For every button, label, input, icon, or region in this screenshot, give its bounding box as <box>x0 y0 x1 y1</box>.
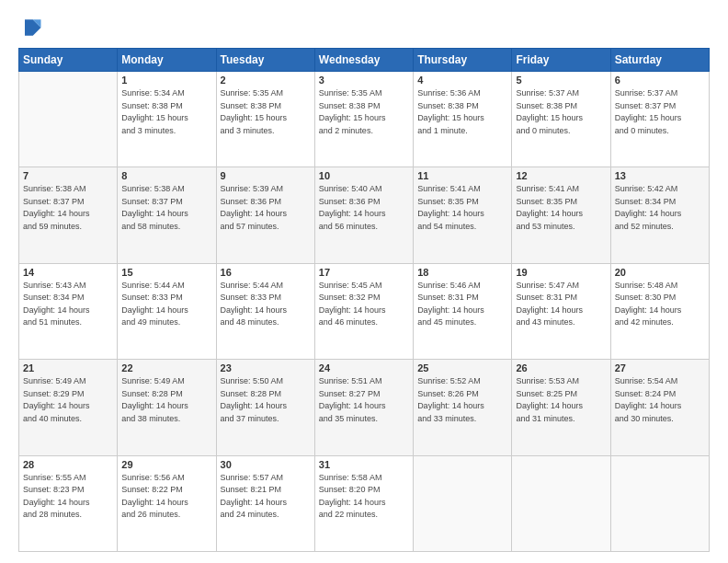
weekday-header-monday: Monday <box>118 49 216 72</box>
day-number: 6 <box>615 75 705 86</box>
day-number: 30 <box>221 459 311 470</box>
day-info: Sunrise: 5:43 AM Sunset: 8:34 PM Dayligh… <box>23 280 113 329</box>
day-info: Sunrise: 5:47 AM Sunset: 8:31 PM Dayligh… <box>516 280 606 329</box>
day-number: 21 <box>23 362 113 373</box>
day-number: 3 <box>319 75 409 86</box>
calendar-cell: 6Sunrise: 5:37 AM Sunset: 8:37 PM Daylig… <box>610 72 709 167</box>
calendar-cell: 14Sunrise: 5:43 AM Sunset: 8:34 PM Dayli… <box>19 263 118 359</box>
day-number: 11 <box>417 170 507 181</box>
weekday-header-saturday: Saturday <box>610 49 709 72</box>
day-info: Sunrise: 5:51 AM Sunset: 8:27 PM Dayligh… <box>319 375 409 425</box>
calendar-cell: 8Sunrise: 5:38 AM Sunset: 8:37 PM Daylig… <box>118 167 216 263</box>
weekday-header-wednesday: Wednesday <box>314 49 413 72</box>
day-info: Sunrise: 5:50 AM Sunset: 8:28 PM Dayligh… <box>221 375 311 425</box>
day-number: 26 <box>516 362 606 373</box>
day-info: Sunrise: 5:44 AM Sunset: 8:33 PM Dayligh… <box>221 280 311 329</box>
day-number: 5 <box>516 75 606 86</box>
calendar-cell: 28Sunrise: 5:55 AM Sunset: 8:23 PM Dayli… <box>19 455 118 551</box>
page: SundayMondayTuesdayWednesdayThursdayFrid… <box>0 0 728 563</box>
calendar-cell: 23Sunrise: 5:50 AM Sunset: 8:28 PM Dayli… <box>216 360 314 455</box>
day-number: 19 <box>516 267 606 278</box>
day-number: 9 <box>221 170 311 181</box>
day-number: 15 <box>121 267 211 278</box>
day-info: Sunrise: 5:40 AM Sunset: 8:36 PM Dayligh… <box>319 183 409 233</box>
day-info: Sunrise: 5:49 AM Sunset: 8:29 PM Dayligh… <box>23 375 113 425</box>
calendar-cell: 25Sunrise: 5:52 AM Sunset: 8:26 PM Dayli… <box>414 360 512 455</box>
calendar-cell: 2Sunrise: 5:35 AM Sunset: 8:38 PM Daylig… <box>216 72 314 167</box>
day-info: Sunrise: 5:38 AM Sunset: 8:37 PM Dayligh… <box>121 183 211 233</box>
day-info: Sunrise: 5:34 AM Sunset: 8:38 PM Dayligh… <box>121 87 211 137</box>
day-number: 16 <box>221 267 311 278</box>
calendar-cell: 1Sunrise: 5:34 AM Sunset: 8:38 PM Daylig… <box>118 72 216 167</box>
day-info: Sunrise: 5:57 AM Sunset: 8:21 PM Dayligh… <box>221 472 311 522</box>
day-number: 7 <box>23 170 113 181</box>
calendar-cell: 15Sunrise: 5:44 AM Sunset: 8:33 PM Dayli… <box>118 263 216 359</box>
calendar-cell: 26Sunrise: 5:53 AM Sunset: 8:25 PM Dayli… <box>512 360 610 455</box>
calendar-cell: 9Sunrise: 5:39 AM Sunset: 8:36 PM Daylig… <box>216 167 314 263</box>
day-number: 10 <box>319 170 409 181</box>
calendar-cell: 24Sunrise: 5:51 AM Sunset: 8:27 PM Dayli… <box>314 360 413 455</box>
calendar-cell: 16Sunrise: 5:44 AM Sunset: 8:33 PM Dayli… <box>216 263 314 359</box>
day-number: 31 <box>319 459 409 470</box>
day-info: Sunrise: 5:35 AM Sunset: 8:38 PM Dayligh… <box>319 87 409 137</box>
week-row-4: 21Sunrise: 5:49 AM Sunset: 8:29 PM Dayli… <box>19 360 710 455</box>
calendar-cell <box>610 455 709 551</box>
day-info: Sunrise: 5:41 AM Sunset: 8:35 PM Dayligh… <box>516 183 606 233</box>
day-number: 17 <box>319 267 409 278</box>
weekday-header-tuesday: Tuesday <box>216 49 314 72</box>
day-number: 14 <box>23 267 113 278</box>
calendar-cell: 22Sunrise: 5:49 AM Sunset: 8:28 PM Dayli… <box>118 360 216 455</box>
calendar-cell <box>512 455 610 551</box>
day-number: 29 <box>121 459 211 470</box>
calendar: SundayMondayTuesdayWednesdayThursdayFrid… <box>18 48 710 552</box>
day-info: Sunrise: 5:44 AM Sunset: 8:33 PM Dayligh… <box>121 280 211 329</box>
calendar-cell: 27Sunrise: 5:54 AM Sunset: 8:24 PM Dayli… <box>610 360 709 455</box>
day-info: Sunrise: 5:36 AM Sunset: 8:38 PM Dayligh… <box>417 87 507 137</box>
calendar-cell <box>414 455 512 551</box>
day-info: Sunrise: 5:56 AM Sunset: 8:22 PM Dayligh… <box>121 472 211 522</box>
day-info: Sunrise: 5:58 AM Sunset: 8:20 PM Dayligh… <box>319 472 409 522</box>
day-info: Sunrise: 5:42 AM Sunset: 8:34 PM Dayligh… <box>615 183 705 233</box>
header <box>18 15 710 40</box>
weekday-header-sunday: Sunday <box>19 49 118 72</box>
calendar-cell: 29Sunrise: 5:56 AM Sunset: 8:22 PM Dayli… <box>118 455 216 551</box>
calendar-cell: 30Sunrise: 5:57 AM Sunset: 8:21 PM Dayli… <box>216 455 314 551</box>
day-info: Sunrise: 5:39 AM Sunset: 8:36 PM Dayligh… <box>221 183 311 233</box>
day-number: 13 <box>615 170 705 181</box>
calendar-cell: 31Sunrise: 5:58 AM Sunset: 8:20 PM Dayli… <box>314 455 413 551</box>
day-number: 24 <box>319 362 409 373</box>
day-number: 22 <box>121 362 211 373</box>
day-number: 4 <box>417 75 507 86</box>
day-info: Sunrise: 5:54 AM Sunset: 8:24 PM Dayligh… <box>615 375 705 425</box>
day-number: 1 <box>121 75 211 86</box>
day-info: Sunrise: 5:53 AM Sunset: 8:25 PM Dayligh… <box>516 375 606 425</box>
calendar-cell: 21Sunrise: 5:49 AM Sunset: 8:29 PM Dayli… <box>19 360 118 455</box>
day-info: Sunrise: 5:41 AM Sunset: 8:35 PM Dayligh… <box>417 183 507 233</box>
day-info: Sunrise: 5:55 AM Sunset: 8:23 PM Dayligh… <box>23 472 113 522</box>
day-number: 27 <box>615 362 705 373</box>
day-number: 12 <box>516 170 606 181</box>
day-info: Sunrise: 5:48 AM Sunset: 8:30 PM Dayligh… <box>615 280 705 329</box>
calendar-cell <box>19 72 118 167</box>
calendar-cell: 12Sunrise: 5:41 AM Sunset: 8:35 PM Dayli… <box>512 167 610 263</box>
day-number: 20 <box>615 267 705 278</box>
week-row-5: 28Sunrise: 5:55 AM Sunset: 8:23 PM Dayli… <box>19 455 710 551</box>
day-number: 2 <box>221 75 311 86</box>
day-number: 8 <box>121 170 211 181</box>
day-number: 18 <box>417 267 507 278</box>
calendar-cell: 17Sunrise: 5:45 AM Sunset: 8:32 PM Dayli… <box>314 263 413 359</box>
calendar-cell: 11Sunrise: 5:41 AM Sunset: 8:35 PM Dayli… <box>414 167 512 263</box>
calendar-cell: 19Sunrise: 5:47 AM Sunset: 8:31 PM Dayli… <box>512 263 610 359</box>
day-info: Sunrise: 5:37 AM Sunset: 8:38 PM Dayligh… <box>516 87 606 137</box>
day-number: 23 <box>221 362 311 373</box>
calendar-cell: 20Sunrise: 5:48 AM Sunset: 8:30 PM Dayli… <box>610 263 709 359</box>
weekday-header-friday: Friday <box>512 49 610 72</box>
day-info: Sunrise: 5:35 AM Sunset: 8:38 PM Dayligh… <box>221 87 311 137</box>
day-info: Sunrise: 5:49 AM Sunset: 8:28 PM Dayligh… <box>121 375 211 425</box>
day-number: 28 <box>23 459 113 470</box>
calendar-cell: 4Sunrise: 5:36 AM Sunset: 8:38 PM Daylig… <box>414 72 512 167</box>
logo-icon <box>18 15 44 40</box>
weekday-header-row: SundayMondayTuesdayWednesdayThursdayFrid… <box>19 49 710 72</box>
week-row-3: 14Sunrise: 5:43 AM Sunset: 8:34 PM Dayli… <box>19 263 710 359</box>
calendar-cell: 5Sunrise: 5:37 AM Sunset: 8:38 PM Daylig… <box>512 72 610 167</box>
